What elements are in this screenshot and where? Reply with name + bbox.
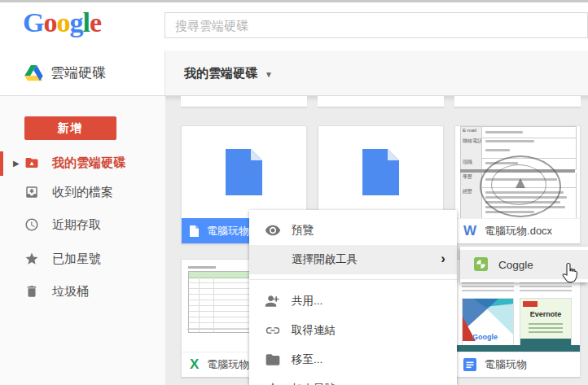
chevron-down-icon: ▼ [265, 70, 273, 79]
menu-item-label: 選擇開啟工具 [292, 252, 358, 267]
file-name-bar: W 電腦玩物.docx [455, 218, 580, 243]
google-drive-window: Google 雲端硬碟 我的雲端硬碟▼ 新增 ▶ 我的雲端硬碟 [0, 0, 588, 385]
document-icon [362, 149, 399, 195]
sidebar-item-shared-with-me[interactable]: 收到的檔案 [0, 182, 165, 204]
sidebar: 新增 ▶ 我的雲端硬碟 收到的檔案 近期存取 [0, 95, 165, 385]
preview-row-label: 聯絡電話 [461, 137, 482, 158]
menu-item-get-link[interactable]: 取得連結 [249, 316, 457, 345]
sidebar-item-my-drive[interactable]: ▶ 我的雲端硬碟 [0, 152, 165, 175]
file-tile-partial[interactable] [318, 96, 444, 107]
breadcrumb[interactable]: 我的雲端硬碟▼ [184, 50, 273, 97]
menu-item-move-to[interactable]: 移至... [249, 345, 457, 374]
sidebar-item-label: 近期存取 [52, 217, 101, 233]
logo-letter: o [43, 7, 56, 38]
logo-letter: o [56, 7, 69, 38]
drive-folder-icon [24, 155, 39, 170]
search-input[interactable] [165, 12, 588, 38]
menu-item-label: 共用... [292, 294, 323, 308]
sidebar-item-recent[interactable]: 近期存取 [0, 214, 165, 237]
logo-letter: g [69, 7, 82, 38]
eye-icon [265, 222, 281, 238]
star-icon [265, 381, 281, 385]
excel-file-icon: X [190, 357, 199, 373]
file-name: 電腦玩物 [485, 357, 527, 372]
folder-icon [265, 352, 281, 368]
menu-item-add-star[interactable]: 加上星號 [249, 374, 457, 385]
menu-item-preview[interactable]: 預覽 [249, 216, 457, 245]
open-with-submenu: Coggle [460, 247, 588, 282]
context-menu: 預覽 選擇開啟工具 › 共用... 取得連結 移至... [249, 210, 457, 385]
submenu-arrow-icon: › [441, 251, 445, 267]
sidebar-item-label: 收到的檔案 [52, 185, 113, 200]
logo-letter: e [90, 7, 101, 38]
file-thumbnail [182, 126, 306, 218]
seal-watermark [480, 155, 561, 217]
file-tile-partial[interactable] [181, 96, 307, 107]
menu-item-label: 預覽 [292, 223, 314, 238]
inbox-icon [24, 185, 39, 199]
evernote-book-cover: Evernote [520, 298, 572, 347]
sidebar-item-trash[interactable]: 垃圾桶 [0, 281, 165, 304]
star-icon [24, 252, 39, 266]
menu-item-share[interactable]: 共用... [249, 287, 457, 316]
file-thumbnail: E-mail 聯絡電話 現職 學歷 經歷 [455, 126, 580, 218]
trash-icon [24, 284, 39, 299]
file-name: 電腦玩物 [207, 357, 249, 372]
submenu-item-label: Coggle [498, 259, 533, 271]
cover-title: Google [472, 333, 498, 341]
menu-item-label: 加上星號 [292, 382, 336, 385]
google-book-cover: Google [462, 298, 514, 347]
new-button[interactable]: 新增 [24, 116, 116, 140]
cover-title: Evernote [520, 310, 571, 318]
drive-logo-icon [24, 65, 43, 81]
sidebar-item-label: 垃圾桶 [52, 284, 89, 300]
menu-separator [249, 279, 457, 280]
file-thumbnail [318, 126, 443, 218]
submenu-item-coggle[interactable]: Coggle [460, 250, 588, 279]
document-icon [226, 149, 262, 195]
clock-icon [24, 217, 39, 232]
menu-item-open-with[interactable]: 選擇開啟工具 › [249, 245, 457, 274]
gdoc-file-icon [463, 358, 476, 371]
active-indicator [0, 151, 3, 176]
menu-item-label: 取得連結 [292, 323, 336, 338]
app-header: 雲端硬碟 [0, 50, 165, 95]
sub-header: 雲端硬碟 我的雲端硬碟▼ [0, 50, 588, 96]
file-tile-partial[interactable] [454, 96, 581, 107]
coggle-icon [474, 257, 488, 271]
preview-row-label: 經歷 [461, 187, 482, 218]
mini-document-icon [190, 225, 199, 237]
breadcrumb-label: 我的雲端硬碟 [184, 66, 257, 80]
google-logo: Google [23, 7, 101, 38]
top-header: Google [0, 0, 588, 51]
file-name: 電腦玩物 [207, 224, 249, 238]
sidebar-item-label: 我的雲端硬碟 [52, 155, 125, 171]
link-icon [265, 322, 281, 339]
window-top-edge [0, 0, 588, 2]
word-file-icon: W [463, 223, 476, 239]
sidebar-item-label: 已加星號 [52, 252, 101, 267]
file-name-bar: 電腦玩物 [455, 352, 580, 377]
logo-letter: l [82, 7, 89, 38]
sidebar-item-starred[interactable]: 已加星號 [0, 248, 165, 271]
preview-row-label: 現職 [461, 158, 482, 169]
expand-arrow-icon[interactable]: ▶ [13, 159, 20, 168]
file-tile-docx[interactable]: E-mail 聯絡電話 現職 學歷 經歷 [454, 125, 581, 244]
app-name: 雲端硬碟 [50, 50, 106, 95]
file-name: 電腦玩物.docx [485, 224, 552, 238]
logo-letter: G [23, 7, 43, 38]
menu-item-label: 移至... [292, 352, 323, 367]
person-add-icon [265, 293, 281, 309]
